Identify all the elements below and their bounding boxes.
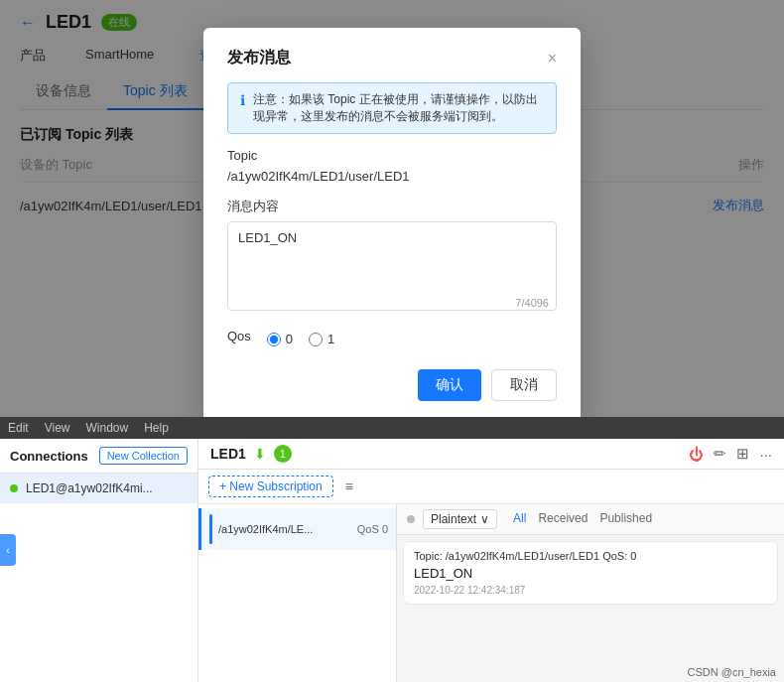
message-time: 2022-10-22 12:42:34:187 — [414, 585, 767, 596]
topic-item-qos: QoS 0 — [357, 523, 388, 535]
message-content: LED1_ON — [414, 566, 767, 581]
message-panel: Plaintext ∨ All Received Published — [397, 504, 784, 682]
qos-0-radio[interactable] — [267, 333, 281, 346]
menu-help[interactable]: Help — [144, 421, 169, 435]
qos-1-radio[interactable] — [309, 333, 323, 346]
message-toolbar: Plaintext ∨ All Received Published — [397, 504, 784, 535]
topic-field: Topic /a1yw02IfK4m/LED1/user/LED1 — [227, 148, 557, 184]
message-textarea[interactable]: LED1_ON — [227, 221, 557, 311]
qos-1-label[interactable]: 1 — [309, 332, 334, 346]
alert-info: ℹ 注意：如果该 Topic 正在被使用，请谨慎操作，以防出现异常，这里发布的消… — [227, 82, 557, 134]
filter-all[interactable]: All — [513, 511, 526, 527]
modal-title: 发布消息 — [227, 48, 291, 68]
topic-value: /a1yw02IfK4m/LED1/user/LED1 — [227, 169, 557, 184]
message-card: Topic: /a1yw02IfK4m/LED1/user/LED1 QoS: … — [403, 541, 778, 605]
qos-1-value: 1 — [327, 332, 334, 346]
connection-arrow-icon: ⬇ — [254, 446, 266, 462]
qos-radio-group: 0 1 — [267, 332, 334, 346]
modal-header: 发布消息 × — [227, 48, 557, 68]
top-section: ← LED1 在线 产品 SmartHome 查看 ProductKey a1y… — [0, 0, 784, 417]
client-area: ‹ Connections New Collection LED1@a1yw02… — [0, 439, 784, 682]
confirm-button[interactable]: 确认 — [418, 369, 481, 401]
new-collection-button[interactable]: New Collection — [99, 447, 188, 465]
mqtt-client: Edit View Window Help ‹ Connections New … — [0, 417, 784, 682]
connection-name: LED1@a1yw02IfK4mi... — [26, 481, 153, 495]
menu-view[interactable]: View — [45, 421, 70, 435]
content-label: 消息内容 — [227, 198, 557, 215]
connection-status-dot — [10, 484, 18, 492]
filter-published[interactable]: Published — [599, 511, 652, 527]
topic-list-item[interactable]: /a1yw02IfK4m/LE... QoS 0 — [198, 508, 396, 550]
message-filter-tabs: All Received Published — [513, 511, 652, 527]
content-field: 消息内容 LED1_ON 7/4096 — [227, 198, 557, 315]
more-icon[interactable]: ··· — [759, 446, 772, 463]
sidebar-toggle[interactable]: ‹ — [0, 534, 16, 566]
menu-edit[interactable]: Edit — [8, 421, 29, 435]
main-title-row: LED1 ⬇ 1 — [210, 445, 292, 463]
header-actions: ⏻ ✏ ⊞ ··· — [689, 445, 772, 463]
sidebar-header: Connections New Collection — [0, 439, 197, 474]
power-icon[interactable]: ⏻ — [689, 446, 704, 463]
close-button[interactable]: × — [548, 51, 557, 67]
qos-0-value: 0 — [286, 332, 293, 346]
connections-title: Connections — [10, 449, 88, 464]
new-subscription-button[interactable]: + New Subscription — [208, 476, 333, 497]
connection-title: LED1 — [210, 446, 246, 462]
plaintext-label: Plaintext — [431, 512, 476, 526]
copy-icon[interactable]: ⊞ — [736, 445, 749, 463]
cancel-button[interactable]: 取消 — [491, 369, 557, 401]
bottom-section: Edit View Window Help ‹ Connections New … — [0, 417, 784, 682]
info-icon: ℹ — [240, 92, 245, 108]
message-count-badge: 1 — [274, 445, 292, 463]
topic-item-text: /a1yw02IfK4m/LE... — [218, 523, 313, 535]
menubar: Edit View Window Help — [0, 417, 784, 439]
topic-label: Topic — [227, 148, 557, 163]
edit-icon[interactable]: ✏ — [714, 445, 726, 463]
filter-received[interactable]: Received — [538, 511, 588, 527]
main-header: LED1 ⬇ 1 ⏻ ✏ ⊞ ··· — [198, 439, 784, 470]
topic-color-indicator — [209, 514, 212, 544]
watermark: CSDN @cn_hexia — [688, 666, 776, 678]
modal-footer: 确认 取消 — [227, 369, 557, 401]
plaintext-selector[interactable]: Plaintext ∨ — [423, 509, 497, 529]
publish-modal: 发布消息 × ℹ 注意：如果该 Topic 正在被使用，请谨慎操作，以防出现异常… — [203, 28, 581, 417]
menu-window[interactable]: Window — [85, 421, 128, 435]
qos-0-label[interactable]: 0 — [267, 332, 293, 346]
right-panel: LED1 ⬇ 1 ⏻ ✏ ⊞ ··· + New Subscription ≡ — [198, 439, 784, 682]
sub-topic-area: /a1yw02IfK4m/LE... QoS 0 Plaintext ∨ — [198, 504, 784, 682]
filter-icon[interactable]: ≡ — [345, 478, 353, 494]
connection-item[interactable]: LED1@a1yw02IfK4mi... — [0, 474, 197, 503]
msg-format-dot — [407, 515, 415, 523]
topic-list: /a1yw02IfK4m/LE... QoS 0 — [198, 504, 397, 682]
plaintext-chevron: ∨ — [480, 512, 489, 526]
qos-label: Qos — [227, 329, 251, 343]
message-list: Topic: /a1yw02IfK4m/LED1/user/LED1 QoS: … — [397, 535, 784, 682]
qos-field: Qos 0 1 — [227, 329, 557, 349]
message-topic: Topic: /a1yw02IfK4m/LED1/user/LED1 QoS: … — [414, 550, 767, 562]
char-count: 7/4096 — [515, 297, 549, 309]
textarea-wrap: LED1_ON 7/4096 — [227, 221, 557, 315]
alert-text: 注意：如果该 Topic 正在被使用，请谨慎操作，以防出现异常，这里发布的消息不… — [253, 91, 544, 125]
left-panel: Connections New Collection LED1@a1yw02If… — [0, 439, 198, 682]
subscription-bar: + New Subscription ≡ — [198, 470, 784, 504]
